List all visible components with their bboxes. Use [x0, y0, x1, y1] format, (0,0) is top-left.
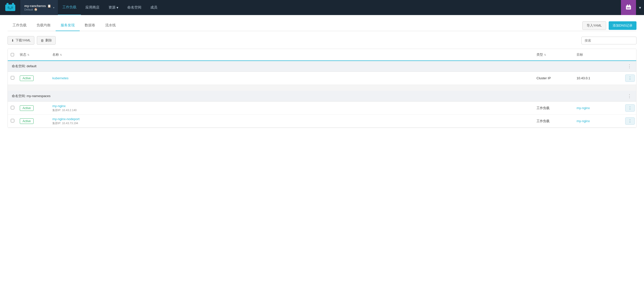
tab-load-balancer[interactable]: 负载均衡 — [32, 20, 56, 31]
my-nginx-cluster-ip: 集群IP: 10.43.2.140 — [52, 108, 530, 112]
row-kubernetes-type: Cluster IP — [533, 74, 574, 82]
row-my-nginx-actions[interactable]: ⋮ — [624, 102, 636, 114]
row-kubernetes-status: Active — [17, 73, 49, 83]
svg-rect-2 — [12, 3, 14, 6]
row-my-nginx-target: my-nginx — [574, 104, 624, 112]
logo-container — [0, 0, 21, 15]
nav-appstore[interactable]: 应用商店 — [81, 0, 104, 15]
type-sort-icon: ⇅ — [544, 53, 546, 56]
row-my-nginx-nodeport-actions[interactable]: ⋮ — [624, 115, 636, 127]
row-my-nginx-nodeport-status: Active — [17, 116, 49, 126]
row-kubernetes-target: 10.43.0.1 — [574, 74, 624, 82]
row-my-nginx-name: my-nginx 集群IP: 10.43.2.140 — [49, 102, 533, 114]
th-name[interactable]: 名称 ⇅ — [49, 51, 533, 58]
table-header: 状态 ⇅ 名称 ⇅ 类型 ⇅ 目标 — [8, 49, 636, 61]
topnav-right: ▾ — [621, 0, 644, 15]
home-icon: 🏠 — [34, 8, 38, 11]
service-discovery-table: 状态 ⇅ 名称 ⇅ 类型 ⇅ 目标 命名空间: default ⋮ — [8, 49, 636, 128]
brand-name: my-rancheros 📋 — [24, 4, 51, 8]
row-my-nginx-nodeport-name: my-nginx-nodeport 集群IP: 10.43.73.194 — [49, 115, 533, 127]
search-input[interactable] — [581, 37, 636, 44]
table-row: Active kubernetes Cluster IP 10.43.0.1 ⋮ — [8, 72, 636, 85]
nav-menus: 工作负载 应用商店 资源 ▾ 命名空间 成员 — [58, 0, 621, 15]
svg-rect-11 — [629, 5, 630, 7]
th-checkbox — [8, 51, 17, 58]
row-my-nginx-status: Active — [17, 103, 49, 113]
status-badge: Active — [20, 105, 34, 111]
kubernetes-actions-button[interactable]: ⋮ — [625, 74, 635, 82]
th-target: 目标 — [574, 51, 624, 58]
nav-members[interactable]: 成员 — [146, 0, 162, 15]
section-gap — [8, 85, 636, 91]
nav-workload[interactable]: 工作负载 — [58, 0, 81, 15]
resources-dropdown-icon: ▾ — [117, 6, 118, 10]
toolbar: ⬇ 下载YAML 🗑 删除 — [8, 36, 636, 45]
table-row: Active my-nginx 集群IP: 10.43.2.140 工作负载 m… — [8, 102, 636, 115]
search-container — [581, 37, 636, 44]
add-dns-button[interactable]: 添加DNS记录 — [609, 21, 636, 30]
tab-pipeline[interactable]: 流水线 — [100, 20, 121, 31]
row-kubernetes-checkbox — [8, 74, 17, 82]
row-my-nginx-checkbox — [8, 104, 17, 112]
my-nginx-nodeport-cluster-ip: 集群IP: 10.43.73.194 — [52, 121, 530, 125]
avatar-icon — [624, 4, 632, 12]
tabs-actions: 导入YAML 添加DNS记录 — [582, 21, 636, 30]
svg-rect-10 — [627, 5, 628, 7]
tab-volumes[interactable]: 数据卷 — [80, 20, 100, 31]
namespace-my-namespaces-actions[interactable]: ⋮ — [627, 93, 632, 99]
my-nginx-nodeport-actions-button[interactable]: ⋮ — [625, 117, 635, 125]
tab-workload[interactable]: 工作负载 — [8, 20, 32, 31]
svg-point-6 — [9, 9, 10, 10]
table-row: Active my-nginx-nodeport 集群IP: 10.43.73.… — [8, 115, 636, 128]
import-yaml-button[interactable]: 导入YAML — [582, 21, 606, 30]
namespace-row-default: 命名空间: default ⋮ — [8, 61, 636, 72]
download-yaml-button[interactable]: ⬇ 下载YAML — [8, 36, 34, 45]
status-badge: Active — [20, 118, 34, 124]
row-my-nginx-nodeport-checkbox — [8, 117, 17, 125]
delete-icon: 🗑 — [41, 39, 44, 42]
my-nginx-nodeport-target-link[interactable]: my-nginx — [577, 119, 590, 123]
kubernetes-link[interactable]: kubernetes — [52, 76, 68, 80]
nav-expand-button[interactable]: ▾ — [636, 0, 644, 15]
status-badge: Active — [20, 76, 34, 81]
row-my-nginx-type: 工作负载 — [533, 104, 574, 112]
svg-rect-12 — [627, 8, 630, 8]
row-kubernetes-actions[interactable]: ⋮ — [624, 72, 636, 84]
page-tabs: 工作负载 负载均衡 服务发现 数据卷 流水线 导入YAML 添加DNS记录 — [8, 20, 636, 31]
my-nginx-checkbox[interactable] — [11, 106, 14, 109]
main-content: 工作负载 负载均衡 服务发现 数据卷 流水线 导入YAML 添加DNS记录 ⬇ … — [0, 15, 644, 302]
th-type[interactable]: 类型 ⇅ — [533, 51, 574, 58]
download-icon: ⬇ — [11, 39, 14, 42]
row-my-nginx-nodeport-type: 工作负载 — [533, 117, 574, 125]
status-sort-icon: ⇅ — [27, 53, 29, 56]
brand-doc-icon: 📋 — [47, 4, 51, 8]
delete-button[interactable]: 🗑 删除 — [37, 36, 56, 45]
brand-sub: Default 🏠 — [24, 8, 51, 11]
tab-service-discovery[interactable]: 服务发现 — [56, 20, 80, 31]
svg-rect-1 — [7, 3, 9, 6]
my-nginx-link[interactable]: my-nginx — [52, 104, 66, 108]
th-actions — [624, 51, 636, 58]
my-nginx-nodeport-checkbox[interactable] — [11, 119, 14, 122]
brand-dropdown-arrow[interactable]: ▾ — [53, 6, 54, 9]
kubernetes-checkbox[interactable] — [11, 76, 14, 80]
top-navigation: my-rancheros 📋 Default 🏠 ▾ 工作负载 应用商店 资源 … — [0, 0, 644, 15]
svg-point-7 — [11, 9, 12, 10]
my-nginx-target-link[interactable]: my-nginx — [577, 106, 590, 110]
row-my-nginx-nodeport-target: my-nginx — [574, 117, 624, 125]
namespace-default-actions[interactable]: ⋮ — [627, 63, 632, 69]
nav-resources[interactable]: 资源 ▾ — [104, 0, 123, 15]
user-avatar-button[interactable] — [621, 0, 636, 15]
my-nginx-nodeport-link[interactable]: my-nginx-nodeport — [52, 117, 79, 121]
brand-switcher[interactable]: my-rancheros 📋 Default 🏠 ▾ — [21, 0, 58, 15]
my-nginx-actions-button[interactable]: ⋮ — [625, 104, 635, 112]
rancher-logo — [4, 3, 17, 13]
nav-namespaces[interactable]: 命名空间 — [123, 0, 146, 15]
row-kubernetes-name: kubernetes — [49, 74, 533, 82]
select-all-checkbox[interactable] — [11, 53, 14, 56]
name-sort-icon: ⇅ — [60, 53, 62, 56]
namespace-row-my-namespaces: 命名空间: my-namespaces ⋮ — [8, 91, 636, 102]
th-status[interactable]: 状态 ⇅ — [17, 51, 49, 58]
